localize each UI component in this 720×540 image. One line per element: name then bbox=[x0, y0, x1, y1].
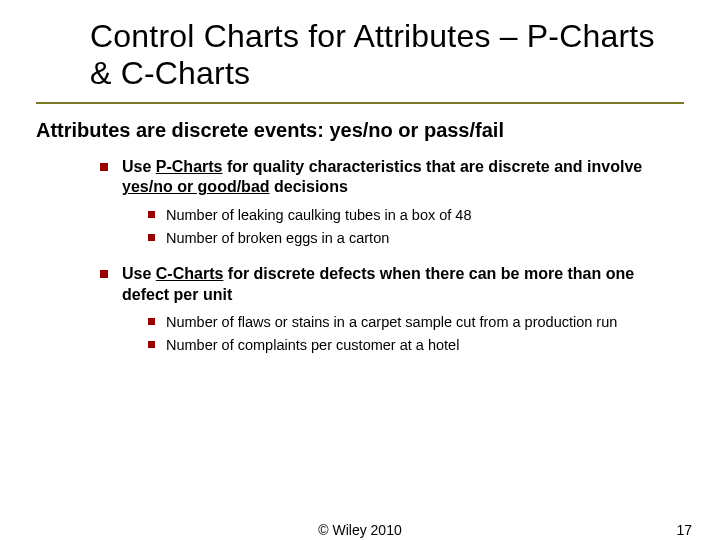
copyright-text: © Wiley 2010 bbox=[318, 522, 401, 538]
sub-list: Number of leaking caulking tubes in a bo… bbox=[148, 206, 684, 248]
page-number: 17 bbox=[676, 522, 692, 538]
text-term: C-Charts bbox=[156, 265, 224, 282]
text-post: decisions bbox=[270, 178, 348, 195]
text-pre: Use bbox=[122, 158, 156, 175]
text-term2: yes/no or good/bad bbox=[122, 178, 270, 195]
list-item: Use P-Charts for quality characteristics… bbox=[100, 157, 684, 248]
list-item: Number of flaws or stains in a carpet sa… bbox=[148, 313, 684, 332]
list-item: Use C-Charts for discrete defects when t… bbox=[100, 264, 684, 355]
list-item: Number of leaking caulking tubes in a bo… bbox=[148, 206, 684, 225]
slide: Control Charts for Attributes – P-Charts… bbox=[0, 0, 720, 540]
lead-text: Attributes are discrete events: yes/no o… bbox=[36, 118, 684, 143]
text-mid: for quality characteristics that are dis… bbox=[222, 158, 642, 175]
text-pre: Use bbox=[122, 265, 156, 282]
text-term: P-Charts bbox=[156, 158, 223, 175]
bullet-list: Use P-Charts for quality characteristics… bbox=[100, 157, 684, 356]
list-item: Number of complaints per customer at a h… bbox=[148, 336, 684, 355]
sub-list: Number of flaws or stains in a carpet sa… bbox=[148, 313, 684, 355]
title-underline bbox=[36, 102, 684, 104]
list-item: Number of broken eggs in a carton bbox=[148, 229, 684, 248]
slide-title: Control Charts for Attributes – P-Charts… bbox=[90, 18, 684, 92]
